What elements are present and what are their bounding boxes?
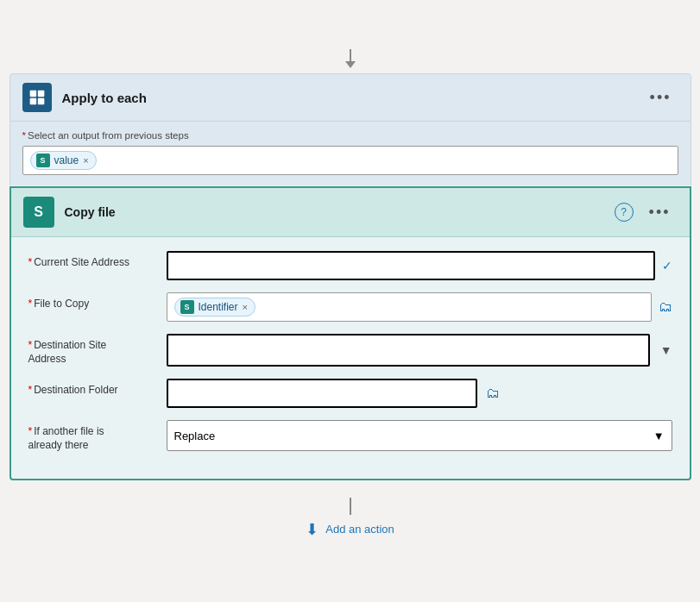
apply-icon-box bbox=[22, 83, 52, 112]
copy-file-card: S Copy file ? ••• *Current Site Address … bbox=[9, 186, 691, 480]
file-browse-icon[interactable]: 🗂 bbox=[659, 299, 672, 315]
card-header: S Copy file ? ••• bbox=[11, 188, 690, 237]
folder-browse-icon[interactable]: 🗂 bbox=[486, 386, 500, 401]
add-action-button[interactable]: ⬇ Add an action bbox=[295, 515, 405, 544]
current-site-input[interactable] bbox=[167, 251, 655, 280]
dropdown-value: Replace bbox=[174, 430, 216, 442]
select-output-label: *Select an output from previous steps bbox=[22, 130, 678, 141]
svg-rect-2 bbox=[29, 98, 36, 105]
apply-to-each-header: Apply to each ••• bbox=[9, 73, 691, 122]
card-title: Copy file bbox=[65, 205, 615, 219]
destination-site-label: *Destination SiteAddress bbox=[28, 334, 167, 366]
form-body: *Current Site Address ✓ *File to Copy S … bbox=[11, 237, 690, 478]
current-site-check-icon: ✓ bbox=[662, 259, 672, 273]
identifier-token-icon: S bbox=[180, 300, 194, 314]
if-another-file-label: *If another file isalready there bbox=[28, 420, 167, 452]
card-more-button[interactable]: ••• bbox=[642, 200, 678, 225]
card-icon-box: S bbox=[23, 197, 54, 228]
token-input-area[interactable]: S value × bbox=[22, 146, 678, 175]
connector-line bbox=[350, 498, 351, 515]
apply-title: Apply to each bbox=[62, 91, 643, 105]
apply-icon bbox=[28, 89, 46, 106]
add-action-section: ⬇ Add an action bbox=[9, 480, 691, 553]
destination-site-input-wrap: ▼ bbox=[167, 334, 672, 367]
card-icon-s: S bbox=[34, 204, 43, 220]
svg-rect-1 bbox=[37, 91, 44, 97]
if-another-file-dropdown-wrap: Replace ▼ bbox=[167, 420, 672, 451]
if-another-file-input-wrap: Replace ▼ bbox=[167, 420, 672, 451]
apply-more-button[interactable]: ••• bbox=[643, 85, 678, 110]
file-to-copy-label: *File to Copy bbox=[28, 292, 167, 311]
help-button[interactable]: ? bbox=[615, 203, 634, 222]
required-marker: * bbox=[22, 130, 26, 141]
dropdown-chevron-icon: ▼ bbox=[653, 430, 665, 442]
destination-folder-label: *Destination Folder bbox=[28, 379, 167, 398]
identifier-token-text: Identifier bbox=[199, 301, 238, 313]
token-icon: S bbox=[36, 154, 50, 167]
file-to-copy-input-wrap: S Identifier × 🗂 bbox=[167, 292, 672, 322]
token-close-button[interactable]: × bbox=[83, 155, 88, 166]
destination-site-chevron[interactable]: ▼ bbox=[660, 343, 672, 357]
file-to-copy-input[interactable]: S Identifier × bbox=[167, 292, 652, 322]
add-action-label: Add an action bbox=[325, 523, 394, 536]
destination-site-input[interactable] bbox=[167, 334, 650, 367]
svg-rect-0 bbox=[29, 91, 36, 97]
current-site-input-wrap: ✓ bbox=[167, 251, 672, 280]
destination-folder-input[interactable] bbox=[167, 379, 477, 408]
current-site-label: *Current Site Address bbox=[28, 251, 167, 270]
destination-folder-row: *Destination Folder 🗂 bbox=[28, 379, 672, 408]
current-site-row: *Current Site Address ✓ bbox=[28, 251, 672, 280]
file-to-copy-row: *File to Copy S Identifier × 🗂 bbox=[28, 292, 672, 322]
destination-site-row: *Destination SiteAddress ▼ bbox=[28, 334, 672, 367]
if-another-file-row: *If another file isalready there Replace… bbox=[28, 420, 672, 452]
identifier-token[interactable]: S Identifier × bbox=[174, 298, 255, 317]
identifier-token-close[interactable]: × bbox=[243, 302, 248, 312]
svg-rect-3 bbox=[37, 98, 44, 105]
destination-folder-input-wrap: 🗂 bbox=[167, 379, 672, 408]
add-action-icon: ⬇ bbox=[306, 520, 318, 539]
value-token[interactable]: S value × bbox=[30, 151, 97, 170]
select-output-section: *Select an output from previous steps S … bbox=[9, 122, 691, 185]
token-text: value bbox=[54, 154, 79, 166]
if-another-file-dropdown[interactable]: Replace ▼ bbox=[167, 420, 672, 451]
